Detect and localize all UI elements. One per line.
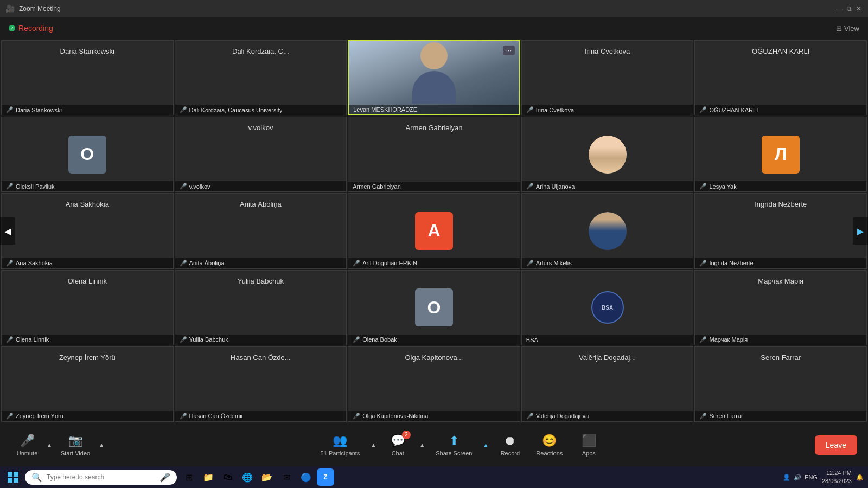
participant-bottom-bar: Levan MESKHORADZE [349, 105, 519, 114]
mute-icon: 🎤 [6, 336, 14, 343]
participant-bottom-bar: Armen Gabrielyan [348, 182, 520, 191]
participant-tile: 🎤 Artūrs Mikelis [521, 193, 694, 268]
mute-icon: 🎤 [353, 336, 360, 343]
zoom-taskbar-icon[interactable]: Z [317, 468, 334, 486]
next-page-arrow[interactable]: ▶ [853, 217, 868, 245]
edge-icon[interactable]: 🌐 [239, 468, 256, 486]
apps-button[interactable]: ⬛ Apps [572, 431, 605, 460]
bsa-text: BSA [602, 305, 613, 311]
participant-tile: Zeynep İrem Yörü 🎤 Zeynep İrem Yörü [1, 346, 174, 422]
participant-name-label: Zeynep İrem Yörü [16, 413, 63, 419]
search-input[interactable] [47, 473, 155, 481]
participant-bottom-bar: 🎤 Dali Kordzaia, Caucasus University [175, 105, 347, 115]
participant-bottom-bar: 🎤 OĞUZHAN KARLI [695, 105, 866, 115]
prev-page-arrow[interactable]: ◀ [0, 217, 15, 245]
minimize-button[interactable]: — [835, 5, 843, 12]
taskbar-left: 🔍 🎤 ⊞ 📁 🛍 🌐 📂 ✉ 🔵 Z [4, 468, 334, 486]
participant-name-label: Seren Farrar [709, 413, 743, 419]
leave-button[interactable]: Leave [815, 435, 857, 455]
participant-bottom-bar: 🎤 Olena Linnik [2, 335, 173, 345]
taskbar-search[interactable]: 🔍 🎤 [25, 470, 177, 485]
restore-button[interactable]: ⧉ [845, 5, 853, 12]
share-screen-caret[interactable]: ▲ [482, 442, 489, 448]
participants-button[interactable]: 👥 51 Participants [315, 431, 366, 460]
close-button[interactable]: ✕ [855, 5, 863, 12]
participant-bottom-bar: 🎤 Irina Cvetkova [522, 105, 693, 115]
title-bar-controls[interactable]: — ⧉ ✕ [835, 5, 863, 12]
participant-bottom-bar: 🎤 Olena Bobak [348, 335, 520, 345]
participant-name-label: Ingrida Nežberte [709, 260, 753, 266]
record-button[interactable]: ⏺ Record [494, 431, 526, 460]
folder-icon[interactable]: 📂 [258, 468, 276, 486]
start-video-button[interactable]: 📷 Start Video [55, 431, 95, 460]
participant-tile: Irina Cvetkova 🎤 Irina Cvetkova [521, 40, 694, 115]
participant-name-display: Dali Kordzaia, C... [232, 47, 289, 55]
chrome-icon[interactable]: 🔵 [297, 468, 315, 486]
participant-bottom-bar: 🎤 Hasan Can Özdemir [175, 411, 347, 421]
chat-label: Chat [392, 450, 404, 457]
share-screen-button[interactable]: ⬆ Share Screen [430, 431, 477, 460]
mute-icon: 🎤 [699, 336, 707, 343]
unmute-button[interactable]: 🎤 Unmute [11, 431, 43, 460]
participant-tile: Ingrida Nežberte 🎤 Ingrida Nežberte [694, 193, 867, 268]
participant-bottom-bar: 🎤 Artūrs Mikelis [522, 258, 693, 268]
participant-avatar: Л [762, 136, 800, 174]
recording-label: Recording [18, 24, 53, 33]
participant-tile: Dali Kordzaia, C... 🎤 Dali Kordzaia, Cau… [175, 40, 347, 115]
participants-caret[interactable]: ▲ [369, 442, 377, 448]
network-icon: 👤 [783, 474, 790, 481]
participant-avatar-photo [589, 212, 627, 250]
view-button[interactable]: ⊞ View [836, 24, 859, 33]
participant-name-display: Irina Cvetkova [585, 47, 630, 55]
participant-bottom-bar: 🎤 Arif Doğuhan ERKİN [348, 258, 520, 268]
task-view-icon[interactable]: ⊞ [180, 468, 197, 486]
mute-icon: 🎤 [526, 260, 534, 267]
microphone-search-icon: 🎤 [159, 472, 170, 483]
participant-name-display: Hasan Can Özde... [231, 354, 291, 362]
chat-button[interactable]: 💬 2 Chat [381, 431, 414, 460]
share-screen-label: Share Screen [436, 450, 472, 457]
mute-icon: 🎤 [353, 413, 360, 420]
participant-name-label: Olena Bobak [362, 336, 397, 343]
meeting-toolbar: 🎤 Unmute ▲ 📷 Start Video ▲ 👥 51 Particip… [0, 423, 868, 466]
participant-bottom-bar: 🎤 Lesya Yak [695, 181, 866, 191]
chat-caret[interactable]: ▲ [418, 442, 426, 448]
participant-bottom-bar: BSA [522, 335, 693, 345]
mute-icon: 🎤 [6, 106, 14, 113]
store-icon[interactable]: 🛍 [219, 468, 237, 486]
notification-icon[interactable]: 🔔 [856, 474, 864, 481]
levan-head [420, 42, 448, 69]
reactions-button[interactable]: 😊 Reactions [531, 431, 568, 460]
participant-name-label: Hasan Can Özdemir [189, 413, 244, 419]
participant-tile: A 🎤 Arif Doğuhan ERKİN [348, 193, 520, 268]
mute-icon: 🎤 [180, 183, 187, 190]
record-icon: ⏺ [504, 434, 516, 448]
participant-name-display: Anita Āboliņa [240, 200, 282, 208]
more-options-button[interactable]: ··· [503, 46, 515, 55]
window-title: Zoom Meeting [19, 5, 61, 12]
participant-tile: Olena Linnik 🎤 Olena Linnik [1, 270, 174, 345]
reactions-icon: 😊 [542, 434, 557, 448]
participant-tile: O 🎤 Oleksii Pavliuk [1, 117, 174, 192]
participant-tile: 🎤 Arina Uljanova [521, 117, 694, 192]
participant-tile: Olga Kapitonova... 🎤 Olga Kapitonova-Nik… [348, 346, 520, 422]
participant-name-label: Daria Stankowski [16, 107, 62, 113]
unmute-label: Unmute [17, 450, 38, 457]
participant-name-display: Seren Farrar [761, 354, 801, 362]
participant-bottom-bar: 🎤 Anita Āboliņa [175, 258, 347, 268]
unmute-caret[interactable]: ▲ [46, 431, 53, 460]
windows-start-button[interactable] [4, 468, 22, 486]
file-explorer-icon[interactable]: 📁 [200, 468, 217, 486]
date-label: 28/06/2023 [822, 477, 852, 485]
video-caret[interactable]: ▲ [98, 431, 105, 460]
windows-logo [8, 472, 18, 483]
participant-tile: Anita Āboliņa 🎤 Anita Āboliņa [175, 193, 347, 268]
participant-name-display: Olena Linnik [68, 277, 107, 285]
participant-name-label: Arif Doğuhan ERKİN [362, 260, 417, 266]
participant-tile: BSA BSA [521, 270, 694, 345]
mail-icon[interactable]: ✉ [278, 468, 295, 486]
participant-name-display: Valērija Dogadaj... [579, 354, 636, 362]
participant-name-label: Arina Uljanova [536, 183, 575, 190]
camera-icon: 📷 [68, 434, 83, 448]
lang-label: ENG [805, 474, 818, 480]
